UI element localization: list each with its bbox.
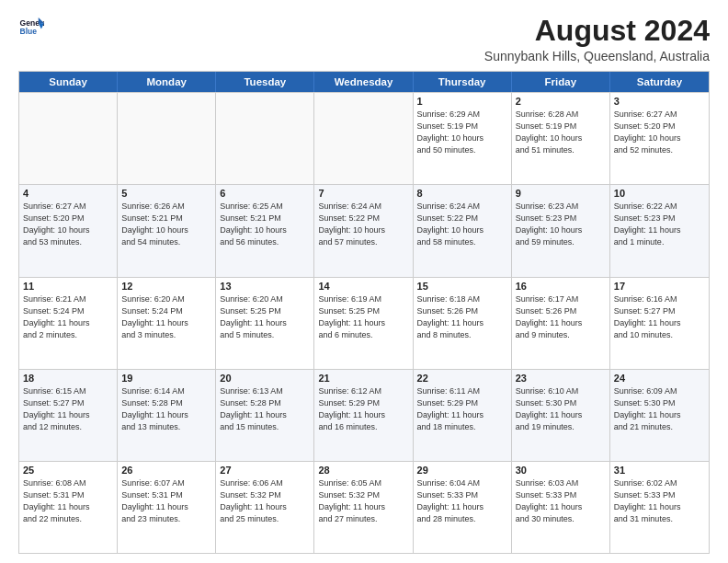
day-number: 25 bbox=[23, 465, 113, 476]
day-cell-26: 26Sunrise: 6:07 AMSunset: 5:31 PMDayligh… bbox=[118, 462, 216, 553]
day-cell-12: 12Sunrise: 6:20 AMSunset: 5:24 PMDayligh… bbox=[118, 278, 216, 369]
day-cell-13: 13Sunrise: 6:20 AMSunset: 5:25 PMDayligh… bbox=[216, 278, 314, 369]
day-number: 17 bbox=[614, 281, 705, 292]
day-info: Sunrise: 6:22 AMSunset: 5:23 PMDaylight:… bbox=[614, 201, 705, 248]
day-info: Sunrise: 6:03 AMSunset: 5:33 PMDaylight:… bbox=[516, 477, 606, 525]
header: General Blue August 2024 Sunnybank Hills… bbox=[18, 15, 710, 63]
day-number: 9 bbox=[516, 188, 606, 199]
day-info: Sunrise: 6:19 AMSunset: 5:25 PMDaylight:… bbox=[318, 293, 408, 341]
day-cell-5: 5Sunrise: 6:26 AMSunset: 5:21 PMDaylight… bbox=[118, 185, 216, 276]
day-info: Sunrise: 6:27 AMSunset: 5:20 PMDaylight:… bbox=[23, 201, 113, 248]
day-cell-8: 8Sunrise: 6:24 AMSunset: 5:22 PMDaylight… bbox=[414, 185, 512, 276]
main-title: August 2024 bbox=[484, 15, 710, 47]
day-info: Sunrise: 6:21 AMSunset: 5:24 PMDaylight:… bbox=[23, 293, 113, 341]
header-day-tuesday: Tuesday bbox=[216, 72, 314, 92]
day-cell-15: 15Sunrise: 6:18 AMSunset: 5:26 PMDayligh… bbox=[414, 278, 512, 369]
day-info: Sunrise: 6:07 AMSunset: 5:31 PMDaylight:… bbox=[121, 477, 211, 525]
day-info: Sunrise: 6:05 AMSunset: 5:32 PMDaylight:… bbox=[318, 477, 408, 525]
calendar-row-2: 11Sunrise: 6:21 AMSunset: 5:24 PMDayligh… bbox=[19, 277, 709, 369]
calendar-row-1: 4Sunrise: 6:27 AMSunset: 5:20 PMDaylight… bbox=[19, 184, 709, 276]
day-info: Sunrise: 6:12 AMSunset: 5:29 PMDaylight:… bbox=[318, 385, 408, 433]
day-cell-20: 20Sunrise: 6:13 AMSunset: 5:28 PMDayligh… bbox=[216, 370, 314, 461]
day-cell-14: 14Sunrise: 6:19 AMSunset: 5:25 PMDayligh… bbox=[314, 278, 413, 369]
day-number: 18 bbox=[23, 373, 113, 384]
day-number: 3 bbox=[614, 96, 705, 107]
day-info: Sunrise: 6:18 AMSunset: 5:26 PMDaylight:… bbox=[417, 293, 507, 341]
day-info: Sunrise: 6:24 AMSunset: 5:22 PMDaylight:… bbox=[318, 201, 408, 248]
empty-cell-0-0 bbox=[19, 93, 118, 184]
day-number: 4 bbox=[23, 188, 113, 199]
day-number: 10 bbox=[614, 188, 705, 199]
day-number: 15 bbox=[417, 281, 507, 292]
day-number: 13 bbox=[220, 281, 310, 292]
day-info: Sunrise: 6:20 AMSunset: 5:24 PMDaylight:… bbox=[121, 293, 211, 341]
header-day-wednesday: Wednesday bbox=[314, 72, 413, 92]
day-info: Sunrise: 6:08 AMSunset: 5:31 PMDaylight:… bbox=[23, 477, 113, 525]
day-cell-10: 10Sunrise: 6:22 AMSunset: 5:23 PMDayligh… bbox=[610, 185, 709, 276]
day-info: Sunrise: 6:15 AMSunset: 5:27 PMDaylight:… bbox=[23, 385, 113, 433]
day-number: 7 bbox=[318, 188, 408, 199]
day-number: 23 bbox=[516, 373, 606, 384]
day-cell-16: 16Sunrise: 6:17 AMSunset: 5:26 PMDayligh… bbox=[512, 278, 610, 369]
day-cell-31: 31Sunrise: 6:02 AMSunset: 5:33 PMDayligh… bbox=[610, 462, 709, 553]
header-day-friday: Friday bbox=[512, 72, 610, 92]
day-number: 14 bbox=[318, 281, 408, 292]
empty-cell-0-3 bbox=[314, 93, 413, 184]
day-number: 26 bbox=[121, 465, 211, 476]
day-number: 21 bbox=[318, 373, 408, 384]
day-number: 2 bbox=[516, 96, 606, 107]
day-cell-11: 11Sunrise: 6:21 AMSunset: 5:24 PMDayligh… bbox=[19, 278, 118, 369]
calendar-body: 1Sunrise: 6:29 AMSunset: 5:19 PMDaylight… bbox=[19, 92, 709, 553]
day-info: Sunrise: 6:14 AMSunset: 5:28 PMDaylight:… bbox=[121, 385, 211, 433]
page: General Blue August 2024 Sunnybank Hills… bbox=[0, 0, 728, 563]
empty-cell-0-2 bbox=[216, 93, 314, 184]
day-number: 31 bbox=[614, 465, 705, 476]
day-cell-29: 29Sunrise: 6:04 AMSunset: 5:33 PMDayligh… bbox=[414, 462, 512, 553]
calendar: SundayMondayTuesdayWednesdayThursdayFrid… bbox=[18, 71, 710, 554]
subtitle: Sunnybank Hills, Queensland, Australia bbox=[484, 49, 710, 63]
day-info: Sunrise: 6:10 AMSunset: 5:30 PMDaylight:… bbox=[516, 385, 606, 433]
day-cell-21: 21Sunrise: 6:12 AMSunset: 5:29 PMDayligh… bbox=[314, 370, 413, 461]
day-number: 1 bbox=[417, 96, 507, 107]
day-info: Sunrise: 6:06 AMSunset: 5:32 PMDaylight:… bbox=[220, 477, 310, 525]
day-cell-1: 1Sunrise: 6:29 AMSunset: 5:19 PMDaylight… bbox=[414, 93, 512, 184]
day-info: Sunrise: 6:25 AMSunset: 5:21 PMDaylight:… bbox=[220, 201, 310, 248]
day-cell-4: 4Sunrise: 6:27 AMSunset: 5:20 PMDaylight… bbox=[19, 185, 118, 276]
logo: General Blue bbox=[18, 15, 44, 40]
day-cell-30: 30Sunrise: 6:03 AMSunset: 5:33 PMDayligh… bbox=[512, 462, 610, 553]
day-number: 12 bbox=[121, 281, 211, 292]
day-number: 19 bbox=[121, 373, 211, 384]
logo-icon: General Blue bbox=[18, 15, 44, 40]
day-info: Sunrise: 6:02 AMSunset: 5:33 PMDaylight:… bbox=[614, 477, 705, 525]
header-day-thursday: Thursday bbox=[414, 72, 512, 92]
day-cell-27: 27Sunrise: 6:06 AMSunset: 5:32 PMDayligh… bbox=[216, 462, 314, 553]
day-number: 6 bbox=[220, 188, 310, 199]
day-number: 20 bbox=[220, 373, 310, 384]
day-cell-7: 7Sunrise: 6:24 AMSunset: 5:22 PMDaylight… bbox=[314, 185, 413, 276]
day-number: 22 bbox=[417, 373, 507, 384]
day-number: 8 bbox=[417, 188, 507, 199]
day-info: Sunrise: 6:29 AMSunset: 5:19 PMDaylight:… bbox=[417, 109, 507, 156]
day-cell-25: 25Sunrise: 6:08 AMSunset: 5:31 PMDayligh… bbox=[19, 462, 118, 553]
header-day-sunday: Sunday bbox=[19, 72, 118, 92]
day-cell-18: 18Sunrise: 6:15 AMSunset: 5:27 PMDayligh… bbox=[19, 370, 118, 461]
day-info: Sunrise: 6:13 AMSunset: 5:28 PMDaylight:… bbox=[220, 385, 310, 433]
day-number: 27 bbox=[220, 465, 310, 476]
day-info: Sunrise: 6:28 AMSunset: 5:19 PMDaylight:… bbox=[516, 109, 606, 156]
header-day-monday: Monday bbox=[118, 72, 216, 92]
calendar-row-4: 25Sunrise: 6:08 AMSunset: 5:31 PMDayligh… bbox=[19, 461, 709, 553]
day-number: 29 bbox=[417, 465, 507, 476]
day-info: Sunrise: 6:20 AMSunset: 5:25 PMDaylight:… bbox=[220, 293, 310, 341]
day-cell-6: 6Sunrise: 6:25 AMSunset: 5:21 PMDaylight… bbox=[216, 185, 314, 276]
day-cell-17: 17Sunrise: 6:16 AMSunset: 5:27 PMDayligh… bbox=[610, 278, 709, 369]
day-number: 11 bbox=[23, 281, 113, 292]
day-info: Sunrise: 6:04 AMSunset: 5:33 PMDaylight:… bbox=[417, 477, 507, 525]
header-day-saturday: Saturday bbox=[610, 72, 709, 92]
day-cell-19: 19Sunrise: 6:14 AMSunset: 5:28 PMDayligh… bbox=[118, 370, 216, 461]
day-info: Sunrise: 6:27 AMSunset: 5:20 PMDaylight:… bbox=[614, 109, 705, 156]
svg-text:Blue: Blue bbox=[20, 27, 38, 36]
day-info: Sunrise: 6:24 AMSunset: 5:22 PMDaylight:… bbox=[417, 201, 507, 248]
day-number: 5 bbox=[121, 188, 211, 199]
day-number: 16 bbox=[516, 281, 606, 292]
empty-cell-0-1 bbox=[118, 93, 216, 184]
